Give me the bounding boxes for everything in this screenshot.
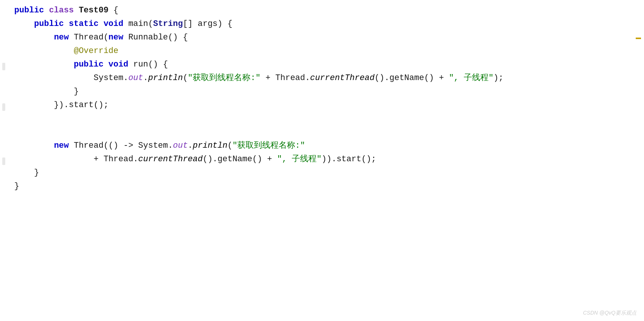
code-line-14: } [8, 180, 644, 193]
string-2: ", 子线程" [449, 71, 493, 85]
code-line-9 [8, 112, 644, 126]
code-line-11: new Thread(() -> System.out.println("获取到… [8, 139, 644, 153]
watermark: CSDN @QvQ要乐观点 [583, 310, 636, 316]
code-line-10 [8, 126, 644, 139]
field-out-1: out [128, 71, 143, 85]
string-1: "获取到线程名称:" [188, 71, 261, 85]
annotation-override: @Override [74, 44, 118, 58]
code-line-6: System.out.println("获取到线程名称:" + Thread.c… [8, 71, 644, 85]
keyword-public-2: public [34, 17, 64, 30]
scrollbar-indicator[interactable] [636, 38, 641, 39]
code-line-12: + Thread.currentThread().getName() + ", … [8, 153, 644, 166]
gutter-marker-5 [2, 63, 5, 70]
code-line-3: new Thread(new Runnable() { [8, 31, 644, 44]
keyword-new-3: new [54, 139, 69, 152]
code-line-7: } [8, 85, 644, 98]
gutter-marker-8 [2, 103, 5, 111]
class-name-test09: Test09 [79, 4, 109, 17]
code-editor: public class Test09 { public static void… [0, 0, 644, 321]
keyword-public-1: public [14, 4, 44, 17]
method-currentthread-1: currentThread [310, 71, 375, 85]
string-4: ", 子线程" [277, 153, 322, 166]
method-currentthread-2: currentThread [138, 153, 203, 166]
gutter-marker-12 [2, 157, 5, 165]
code-line-5: public void run() { [8, 58, 644, 71]
code-line-4: @Override [8, 44, 644, 58]
class-runnable: Runnable() { [128, 31, 188, 44]
keyword-new-1: new [54, 31, 69, 44]
keyword-public-3: public [74, 58, 103, 71]
method-println-2: println [193, 139, 227, 152]
keyword-class: class [49, 4, 74, 17]
class-thread-1: Thread( [74, 31, 108, 44]
string-3: "获取到线程名称:" [232, 139, 305, 152]
code-line-13: } [8, 166, 644, 180]
type-string: String [153, 17, 183, 30]
code-line-2: public static void main(String[] args) { [8, 17, 644, 31]
method-println-1: println [148, 71, 182, 85]
field-out-2: out [173, 139, 188, 152]
keyword-void-2: void [109, 58, 128, 71]
keyword-void-1: void [104, 17, 124, 30]
code-line-1: public class Test09 { [8, 4, 644, 17]
keyword-static: static [69, 17, 98, 30]
code-line-8: }).start(); [8, 98, 644, 112]
keyword-new-2: new [109, 31, 124, 44]
